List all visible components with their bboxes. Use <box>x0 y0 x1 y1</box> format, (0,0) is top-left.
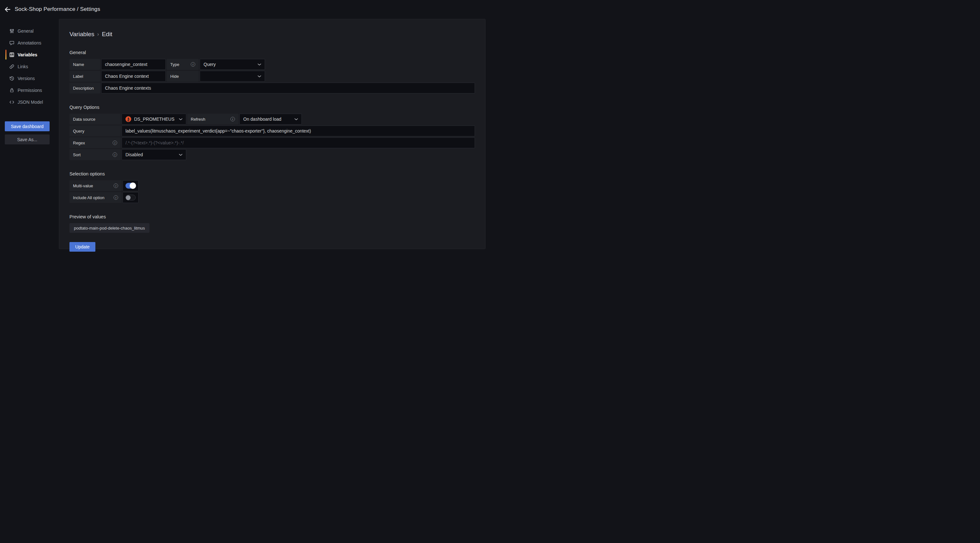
sidebar-item-label: Links <box>18 64 28 69</box>
sidebar-item-label: Variables <box>18 52 37 57</box>
query-input[interactable] <box>122 126 475 136</box>
active-indicator <box>5 49 6 59</box>
code-icon <box>9 100 14 105</box>
variables-edit-panel: Variables › Edit General Name Type i Que… <box>59 19 485 249</box>
breadcrumb: Variables › Edit <box>70 31 475 38</box>
preview-heading: Preview of values <box>70 214 475 219</box>
info-icon[interactable]: i <box>114 183 118 188</box>
regex-input[interactable] <box>122 137 475 148</box>
include-all-toggle[interactable] <box>123 192 138 203</box>
preview-value-chip: podtato-main-pod-delete-chaos_litmus <box>70 223 150 233</box>
chevron-down-icon <box>294 118 298 120</box>
update-button[interactable]: Update <box>70 242 95 252</box>
name-label: Name <box>70 59 100 70</box>
preview-values: podtato-main-pod-delete-chaos_litmus <box>70 223 475 233</box>
toggle-knob <box>130 183 136 189</box>
settings-sidebar: General Annotations <box>0 19 59 272</box>
sidebar-item-versions[interactable]: Versions <box>0 72 59 84</box>
toggle-knob <box>126 195 130 200</box>
back-button[interactable] <box>0 0 15 19</box>
include-all-label: Include All option i <box>70 192 122 203</box>
calculator-icon <box>9 52 14 57</box>
info-icon[interactable]: i <box>113 140 117 145</box>
lock-icon <box>9 88 14 93</box>
sort-select[interactable]: Disabled <box>122 149 186 160</box>
breadcrumb-page: Edit <box>102 31 112 38</box>
sidebar-item-label: JSON Model <box>18 100 43 105</box>
selection-options-heading: Selection options <box>70 171 475 177</box>
data-source-row: Data source DS_PROMETHEUS Refresh i On d… <box>70 114 475 124</box>
name-type-row: Name Type i Query <box>70 59 475 70</box>
sidebar-item-general[interactable]: General <box>0 25 59 37</box>
hide-select[interactable] <box>200 71 265 82</box>
sort-label: Sort i <box>70 149 121 160</box>
info-icon[interactable]: i <box>191 62 195 67</box>
general-section-heading: General <box>70 50 475 55</box>
history-icon <box>9 76 14 81</box>
info-icon[interactable]: i <box>113 153 117 157</box>
regex-label: Regex i <box>70 137 121 148</box>
multi-value-label: Multi-value i <box>70 180 122 191</box>
save-dashboard-button[interactable]: Save dashboard <box>5 121 49 131</box>
query-row: Query <box>70 126 475 136</box>
chevron-down-icon <box>258 64 261 65</box>
page-title: Sock-Shop Performance / Settings <box>15 6 100 13</box>
prometheus-icon <box>126 116 131 122</box>
info-icon[interactable]: i <box>114 195 118 200</box>
description-row: Description <box>70 83 475 94</box>
sidebar-item-permissions[interactable]: Permissions <box>0 84 59 96</box>
regex-row: Regex i <box>70 137 475 148</box>
top-bar: Sock-Shop Performance / Settings <box>0 0 490 19</box>
sidebar-item-links[interactable]: Links <box>0 61 59 72</box>
sidebar-item-label: Versions <box>18 76 35 81</box>
label-label: Label <box>70 71 100 82</box>
sliders-icon <box>9 29 14 33</box>
multi-value-row: Multi-value i <box>70 180 475 191</box>
type-label: Type i <box>167 59 199 70</box>
comment-icon <box>9 40 14 45</box>
breadcrumb-section[interactable]: Variables <box>70 31 94 38</box>
arrow-left-icon <box>4 6 11 13</box>
info-icon[interactable]: i <box>231 117 235 121</box>
name-input[interactable] <box>101 59 166 70</box>
save-as-button[interactable]: Save As... <box>5 134 49 144</box>
hide-label: Hide <box>167 71 199 82</box>
breadcrumb-separator: › <box>97 31 99 37</box>
chevron-down-icon <box>179 154 183 156</box>
link-icon <box>9 64 14 69</box>
include-all-row: Include All option i <box>70 192 475 203</box>
sidebar-item-variables[interactable]: Variables <box>0 49 59 61</box>
toggle-track <box>126 195 136 201</box>
chevron-down-icon <box>179 118 183 120</box>
query-options-heading: Query Options <box>70 105 475 110</box>
sidebar-item-json-model[interactable]: JSON Model <box>0 96 59 108</box>
label-hide-row: Label Hide <box>70 71 475 82</box>
data-source-label: Data source <box>70 114 121 124</box>
sidebar-item-label: General <box>18 29 33 33</box>
type-select[interactable]: Query <box>200 59 265 70</box>
label-input[interactable] <box>101 71 166 82</box>
chevron-down-icon <box>258 75 261 78</box>
multi-value-toggle[interactable] <box>123 180 138 191</box>
query-label: Query <box>70 126 121 136</box>
refresh-select[interactable]: On dashboard load <box>239 114 302 124</box>
refresh-label: Refresh i <box>187 114 239 124</box>
sort-row: Sort i Disabled <box>70 149 475 160</box>
data-source-select[interactable]: DS_PROMETHEUS <box>122 114 186 124</box>
toggle-track <box>126 183 136 189</box>
sidebar-item-annotations[interactable]: Annotations <box>0 37 59 49</box>
description-label: Description <box>70 83 100 94</box>
sidebar-item-label: Permissions <box>18 88 42 93</box>
sidebar-item-label: Annotations <box>18 40 41 45</box>
description-input[interactable] <box>101 83 475 94</box>
